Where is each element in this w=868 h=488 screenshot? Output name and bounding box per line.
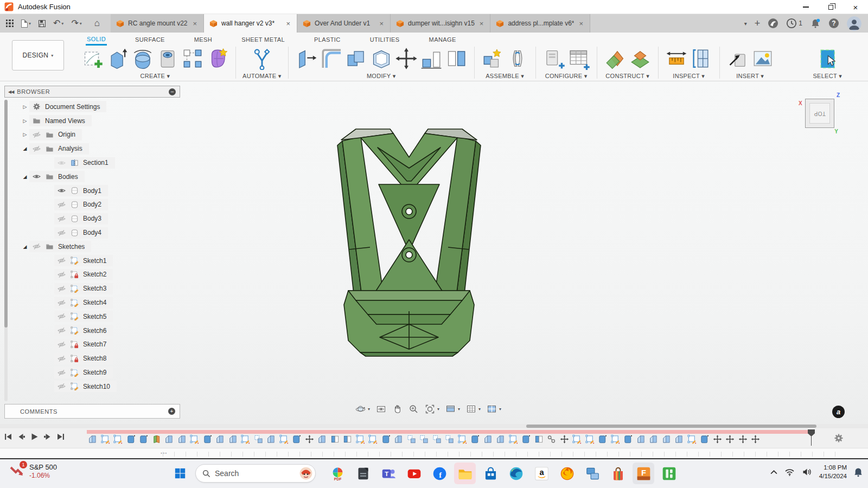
assistant-icon[interactable]: a [832,406,845,418]
tab-close-icon[interactable]: × [478,20,485,28]
taskbar-app-facebook[interactable]: f [429,463,450,484]
timeline-feature-extrude-icon[interactable] [215,434,225,444]
fillet-icon[interactable] [320,47,343,70]
visibility-eye-icon[interactable] [57,286,66,292]
visibility-eye-icon[interactable] [57,313,66,319]
section-analysis-icon[interactable] [690,47,713,70]
home-icon[interactable]: ⌂ [87,18,107,29]
replace-face-icon[interactable] [445,47,468,70]
timeline-feature-body-icon[interactable] [139,434,148,444]
ribbon-group-label[interactable]: SELECT ▾ [813,73,842,80]
timeline-feature-sketch-icon[interactable] [190,434,199,444]
tray-bell-icon[interactable] [854,467,863,477]
pattern-icon[interactable] [181,47,204,70]
play-button[interactable] [30,433,39,441]
browser-item-body2[interactable]: Body2 [4,198,180,212]
timeline-feature-extrude-icon[interactable] [164,434,174,444]
pan-icon[interactable] [391,403,404,415]
automate-icon[interactable] [251,47,273,70]
workspace-selector[interactable]: DESIGN▾ [12,40,64,70]
browser-item-body3[interactable]: Body3 [4,211,180,226]
browser-minimize-icon[interactable]: − [169,88,176,95]
timeline-feature-extrude-icon[interactable] [636,434,646,444]
timeline-feature-extrude-icon[interactable] [394,434,403,444]
visibility-eye-icon[interactable] [57,328,66,333]
browser-item-sketch7[interactable]: Sketch7 [4,338,180,352]
search-input[interactable]: Search [195,464,316,483]
timeline-feature-link-icon[interactable] [547,434,556,444]
model-wall-hanger[interactable] [330,125,488,358]
browser-item-sketch2[interactable]: Sketch2 [4,268,180,282]
taskbar-app-shopping-bag[interactable] [607,463,629,484]
taskbar-app-file-explorer[interactable] [454,463,476,484]
tab-close-icon[interactable]: × [578,20,584,28]
timeline-feature-sketch-icon[interactable] [101,434,110,444]
timeline-feature-move-icon[interactable] [751,434,760,444]
revolve-icon[interactable] [131,47,154,70]
save-button[interactable] [36,16,48,30]
align-icon[interactable] [420,47,443,70]
start-button[interactable] [170,464,190,483]
clock-date[interactable]: 1:08 PM 4/15/2024 [819,464,847,480]
visibility-eye-icon[interactable] [57,342,66,348]
expander-icon[interactable]: ▷ [21,104,29,110]
grid-display-icon[interactable]: ▾ [464,403,482,415]
expander-icon[interactable]: ◢ [21,174,29,179]
construct-plane-icon[interactable] [604,47,627,70]
insert-derive-icon[interactable] [726,47,749,70]
taskbar-app-remote-desktop[interactable] [582,463,603,484]
tray-chevron-icon[interactable] [770,470,777,475]
taskbar-app-teams[interactable]: T [378,463,399,484]
browser-collapse-icon[interactable]: ◀◀ [5,89,17,94]
step-back-button[interactable] [17,433,25,441]
timeline-feature-sketch-icon[interactable] [113,434,123,444]
timeline-feature-pattern-icon[interactable] [407,434,416,444]
timeline-feature-move-icon[interactable] [738,434,748,444]
shell-icon[interactable] [370,47,393,70]
timeline-feature-extrude-icon[interactable] [496,434,505,444]
timeline-feature-split-icon[interactable] [330,434,340,444]
timeline-feature-extrude-icon[interactable] [88,434,97,444]
visibility-eye-icon[interactable] [57,216,66,222]
document-tab[interactable]: address pl...mplate v6*× [490,14,590,33]
timeline-feature-pattern-icon[interactable] [254,434,263,444]
new-document-button[interactable]: + [755,18,761,29]
viewports-icon[interactable]: ▾ [485,403,503,415]
ribbon-group-label[interactable]: MODIFY ▾ [367,73,396,80]
timeline-feature-sketch-icon[interactable] [458,434,467,444]
create-sketch-icon[interactable] [81,47,104,70]
visibility-eye-icon[interactable] [57,188,66,194]
joint-icon[interactable] [506,47,529,70]
go-to-end-button[interactable] [56,433,65,441]
taskbar-app-youtube[interactable] [403,463,425,484]
timeline-feature-body-icon[interactable] [623,434,633,444]
visibility-eye-icon[interactable] [57,202,66,208]
visibility-eye-icon[interactable] [57,370,66,376]
expander-icon[interactable]: ▷ [21,132,29,137]
extrude-icon[interactable] [106,47,129,70]
ribbon-tab[interactable]: SOLID [86,34,107,46]
ribbon-group-label[interactable]: ASSEMBLE ▾ [486,73,524,80]
timeline-feature-sketch-icon[interactable] [611,434,620,444]
taskbar-app-copilot-pdf[interactable]: PDF [327,463,348,484]
timeline-feature-body-icon[interactable] [126,434,136,444]
visibility-eye-icon[interactable] [32,174,41,179]
browser-item-section1[interactable]: Section1 [4,156,180,170]
search-highlight-character-icon[interactable] [299,466,313,480]
browser-item-sketch8[interactable]: Sketch8 [4,351,180,365]
scrollbar-thumb[interactable] [526,425,816,428]
timeline-feature-split-icon[interactable] [343,434,352,444]
expander-icon[interactable]: ▷ [21,118,29,124]
timeline-feature-sketch-icon[interactable] [241,434,250,444]
timeline-feature-sketch-icon[interactable] [509,434,518,444]
timeline-feature-pattern-icon[interactable] [419,434,429,444]
browser-item-sketches[interactable]: ◢Sketches [4,240,180,254]
minimize-button[interactable] [793,0,818,14]
browser-item-bodies[interactable]: ◢Bodies [4,170,180,184]
timeline-feature-extrude-icon[interactable] [317,434,327,444]
step-forward-button[interactable] [43,433,52,441]
timeline-feature-extrude-icon[interactable] [228,434,238,444]
taskbar-app-firefox[interactable] [556,463,578,484]
undo-button[interactable]: ↶▾ [50,16,66,30]
configuration-icon[interactable] [542,47,565,70]
